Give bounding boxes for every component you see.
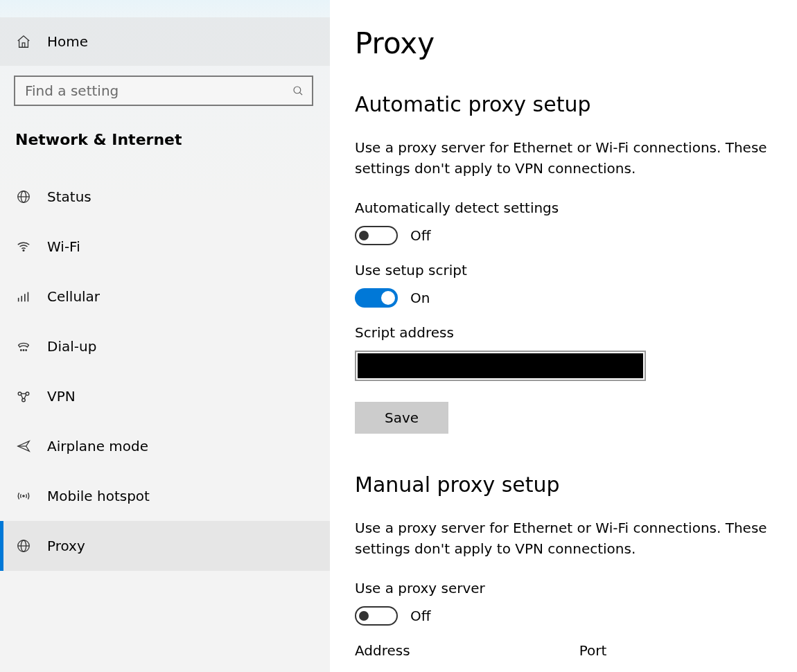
main-content: Proxy Automatic proxy setup Use a proxy … (330, 0, 797, 672)
svg-point-11 (23, 350, 24, 351)
script-address-input[interactable] (355, 351, 646, 381)
auto-detect-state: Off (410, 227, 431, 244)
title-bar-area (0, 0, 330, 17)
search-box[interactable] (14, 76, 313, 106)
hotspot-icon (15, 488, 32, 504)
svg-point-10 (21, 350, 21, 351)
auto-proxy-desc: Use a proxy server for Ethernet or Wi-Fi… (355, 137, 787, 179)
nav-item-cellular[interactable]: Cellular (0, 272, 330, 321)
nav-item-label: Airplane mode (47, 438, 148, 454)
svg-point-12 (26, 350, 26, 351)
svg-point-0 (294, 87, 301, 94)
use-proxy-label: Use a proxy server (355, 580, 787, 596)
use-proxy-state: Off (410, 608, 431, 624)
search-icon (284, 85, 312, 97)
svg-point-20 (23, 495, 24, 497)
use-script-label: Use setup script (355, 262, 787, 278)
redacted-value (358, 353, 643, 378)
svg-line-1 (299, 92, 302, 95)
svg-line-17 (24, 395, 26, 399)
home-icon (15, 33, 32, 50)
use-script-state: On (410, 290, 430, 306)
svg-point-15 (22, 398, 26, 402)
script-address-label: Script address (355, 324, 787, 341)
port-label: Port (579, 642, 607, 659)
nav-item-vpn[interactable]: VPN (0, 371, 330, 421)
airplane-icon (15, 438, 32, 454)
wifi-icon (15, 238, 32, 255)
nav-list: Status Wi-Fi (0, 159, 330, 571)
page-title: Proxy (355, 26, 787, 60)
save-button[interactable]: Save (355, 402, 448, 434)
cellular-icon (15, 288, 32, 305)
auto-detect-toggle[interactable] (355, 226, 398, 245)
manual-proxy-heading: Manual proxy setup (355, 472, 787, 497)
nav-item-proxy[interactable]: Proxy (0, 521, 330, 571)
nav-item-wifi[interactable]: Wi-Fi (0, 222, 330, 272)
auto-detect-label: Automatically detect settings (355, 200, 787, 216)
globe-icon (15, 188, 32, 205)
address-label: Address (355, 642, 410, 659)
nav-item-hotspot[interactable]: Mobile hotspot (0, 471, 330, 521)
dialup-icon (15, 338, 32, 355)
nav-item-label: Cellular (47, 288, 100, 305)
nav-item-label: Status (47, 188, 91, 205)
nav-item-label: Proxy (47, 538, 85, 554)
svg-line-16 (21, 395, 23, 399)
vpn-icon (15, 388, 32, 405)
nav-item-label: VPN (47, 388, 76, 405)
settings-sidebar: Home Network & Internet (0, 0, 330, 672)
nav-item-status[interactable]: Status (0, 172, 330, 222)
nav-item-label: Wi-Fi (47, 238, 80, 255)
nav-item-dialup[interactable]: Dial-up (0, 321, 330, 371)
nav-item-airplane[interactable]: Airplane mode (0, 421, 330, 471)
svg-point-5 (23, 250, 24, 251)
nav-item-label: Dial-up (47, 338, 96, 355)
auto-proxy-heading: Automatic proxy setup (355, 92, 787, 116)
globe-icon (15, 538, 32, 554)
nav-item-label: Mobile hotspot (47, 488, 150, 504)
nav-item-home-label: Home (47, 33, 88, 50)
manual-proxy-desc: Use a proxy server for Ethernet or Wi-Fi… (355, 518, 787, 559)
nav-item-home[interactable]: Home (0, 17, 330, 66)
category-heading: Network & Internet (0, 110, 330, 159)
search-input[interactable] (15, 82, 284, 99)
use-script-toggle[interactable] (355, 288, 398, 308)
search-wrap (0, 66, 330, 110)
use-proxy-toggle[interactable] (355, 606, 398, 626)
